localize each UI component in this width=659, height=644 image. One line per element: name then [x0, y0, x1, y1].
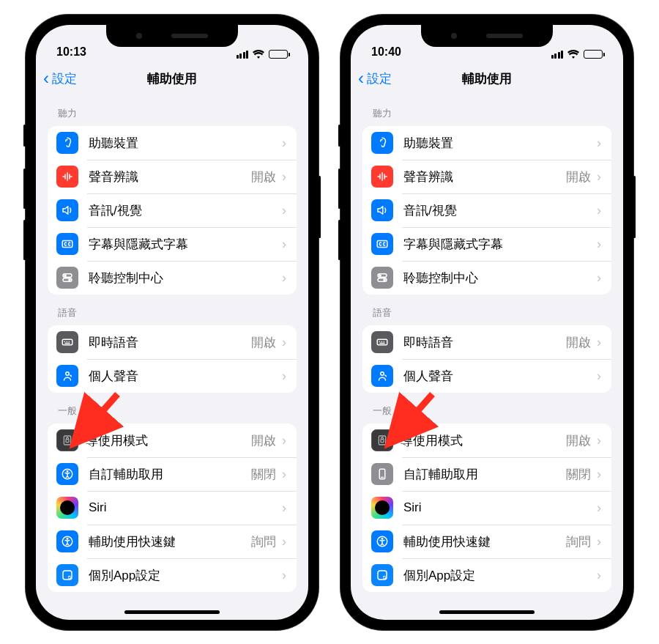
svg-rect-16 [377, 241, 387, 248]
nav-bar: ‹ 設定 輔助使用 [36, 62, 308, 95]
chevron-right-icon: › [282, 568, 286, 583]
settings-row[interactable]: 輔助使用快速鍵詢問› [362, 525, 611, 558]
lock-icon [371, 429, 393, 451]
settings-row[interactable]: 字幕與隱藏式字幕› [362, 227, 611, 261]
settings-row[interactable]: 自訂輔助取用關閉› [362, 457, 611, 491]
row-value: 詢問 [566, 533, 591, 550]
row-value: 關閉 [566, 466, 591, 483]
section-header: 一般 [362, 393, 611, 423]
row-label: 聆聽控制中心 [403, 270, 597, 286]
row-label: 聆聽控制中心 [89, 270, 282, 286]
ear-icon [371, 132, 393, 154]
settings-row[interactable]: 個別App設定› [362, 558, 611, 592]
settings-row[interactable]: Siri› [362, 491, 611, 525]
row-label: 導使用模式 [86, 432, 251, 449]
row-value: 開啟 [251, 432, 276, 449]
row-value: 開啟 [566, 334, 591, 351]
home-indicator[interactable] [124, 610, 220, 614]
voice-icon [56, 365, 78, 387]
chevron-left-icon: ‹ [358, 70, 364, 87]
settings-list: 助聽裝置›聲音辨識開啟›音訊/視覺›字幕與隱藏式字幕›聆聽控制中心› [48, 126, 297, 295]
section-header: 一般 [48, 393, 297, 423]
notch [421, 25, 553, 47]
settings-row[interactable]: 導使用模式開啟› [48, 423, 297, 457]
wifi-icon [253, 50, 264, 59]
settings-row[interactable]: 聲音辨識開啟› [48, 160, 297, 193]
settings-row[interactable]: 個別App設定› [48, 558, 297, 592]
row-label: Siri [403, 500, 597, 515]
svg-rect-5 [62, 339, 72, 345]
chevron-right-icon: › [282, 369, 286, 384]
notch [106, 25, 238, 47]
section-header: 聽力 [48, 95, 297, 126]
chevron-right-icon: › [282, 467, 286, 482]
row-label: 個人聲音 [89, 368, 282, 385]
row-label: 導使用模式 [401, 432, 566, 449]
settings-row[interactable]: 自訂輔助取用關閉› [48, 457, 297, 491]
settings-content[interactable]: 聽力助聽裝置›聲音辨識開啟›音訊/視覺›字幕與隱藏式字幕›聆聽控制中心›語音即時… [351, 95, 623, 592]
battery-icon [584, 50, 603, 59]
mute-switch[interactable] [23, 125, 26, 147]
volume-up[interactable] [23, 169, 26, 209]
row-label: 輔助使用快速鍵 [89, 533, 251, 550]
power-button[interactable] [319, 176, 321, 238]
settings-row[interactable]: Siri› [48, 491, 297, 525]
row-label: Siri [89, 500, 282, 515]
row-label: 音訊/視覺 [403, 202, 597, 219]
row-label: 自訂輔助取用 [89, 466, 251, 483]
screen: 10:13 ‹ 設定 輔助使用 聽力助聽裝置›聲音辨識開啟›音訊/視覺›字幕與隱… [36, 25, 308, 620]
status-icons [237, 50, 288, 59]
app-icon [371, 564, 393, 586]
settings-row[interactable]: 即時語音開啟› [362, 325, 611, 359]
home-indicator[interactable] [439, 610, 535, 614]
status-time: 10:13 [56, 45, 86, 59]
section-header: 語音 [362, 295, 611, 325]
settings-row[interactable]: 聲音辨識開啟› [362, 160, 611, 193]
row-label: 個別App設定 [403, 567, 597, 584]
chevron-right-icon: › [597, 534, 601, 549]
volume-down[interactable] [338, 220, 340, 260]
row-label: 輔助使用快速鍵 [403, 533, 566, 550]
row-label: 助聽裝置 [89, 135, 282, 152]
access-icon [371, 530, 393, 552]
volume-down[interactable] [23, 220, 26, 260]
screen: 10:40 ‹ 設定 輔助使用 聽力助聽裝置›聲音辨識開啟›音訊/視覺›字幕與隱… [351, 25, 623, 620]
chevron-right-icon: › [597, 270, 601, 286]
back-label: 設定 [367, 70, 392, 87]
settings-row[interactable]: 助聽裝置› [362, 126, 611, 160]
settings-row[interactable]: 聆聽控制中心› [362, 261, 611, 295]
volume-up[interactable] [338, 169, 340, 209]
control-icon [371, 267, 393, 289]
power-button[interactable] [633, 176, 636, 238]
keyboard-icon [56, 331, 78, 353]
chevron-right-icon: › [597, 369, 601, 384]
chevron-right-icon: › [597, 203, 601, 218]
chevron-right-icon: › [597, 169, 601, 185]
mute-switch[interactable] [338, 125, 340, 147]
settings-row[interactable]: 輔助使用快速鍵詢問› [48, 525, 297, 558]
settings-row[interactable]: 導使用模式開啟› [362, 423, 611, 457]
settings-row[interactable]: 音訊/視覺› [362, 193, 611, 227]
chevron-right-icon: › [282, 270, 286, 286]
settings-row[interactable]: 音訊/視覺› [48, 193, 297, 227]
back-button[interactable]: ‹ 設定 [358, 70, 392, 87]
svg-point-4 [69, 279, 70, 281]
settings-row[interactable]: 即時語音開啟› [48, 325, 297, 359]
svg-point-28 [381, 538, 383, 540]
control-icon [56, 267, 78, 289]
settings-row[interactable]: 聆聽控制中心› [48, 261, 297, 295]
settings-row[interactable]: 個人聲音› [48, 359, 297, 393]
nav-bar: ‹ 設定 輔助使用 [351, 62, 623, 95]
phone-left: 10:13 ‹ 設定 輔助使用 聽力助聽裝置›聲音辨識開啟›音訊/視覺›字幕與隱… [26, 15, 319, 630]
svg-point-22 [381, 372, 384, 376]
nav-title: 輔助使用 [147, 70, 197, 87]
settings-row[interactable]: 助聽裝置› [48, 126, 297, 160]
back-button[interactable]: ‹ 設定 [43, 70, 77, 87]
settings-row[interactable]: 字幕與隱藏式字幕› [48, 227, 297, 261]
settings-content[interactable]: 聽力助聽裝置›聲音辨識開啟›音訊/視覺›字幕與隱藏式字幕›聆聽控制中心›語音即時… [36, 95, 308, 592]
svg-point-3 [64, 275, 66, 276]
chevron-right-icon: › [282, 203, 286, 218]
row-label: 即時語音 [403, 334, 566, 351]
settings-row[interactable]: 個人聲音› [362, 359, 611, 393]
signal-icon [237, 51, 249, 59]
